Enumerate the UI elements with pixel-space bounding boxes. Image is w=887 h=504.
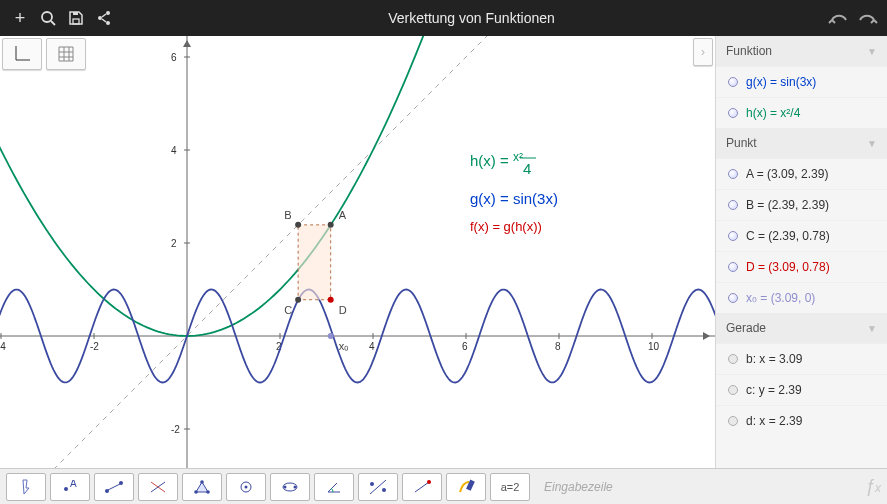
chevron-right-icon: › [701,45,705,59]
visibility-toggle[interactable] [728,262,738,272]
visibility-toggle[interactable] [728,385,738,395]
svg-point-68 [294,485,297,488]
svg-point-41 [328,222,334,228]
tool-slider[interactable] [402,473,442,501]
svg-point-43 [295,222,301,228]
svg-rect-40 [298,225,331,300]
svg-point-5 [98,16,102,20]
svg-text:C: C [284,304,292,316]
svg-text:-4: -4 [0,341,6,352]
svg-point-69 [370,482,374,486]
svg-point-67 [284,485,287,488]
fx-icon[interactable]: ƒx [865,476,881,497]
svg-line-39 [0,36,715,468]
svg-line-7 [102,14,106,17]
svg-text:h(x) = x²: h(x) = x² [470,150,523,169]
svg-point-70 [382,488,386,492]
svg-text:-2: -2 [90,341,99,352]
chevron-down-icon: ▼ [867,323,877,334]
line-b[interactable]: b: x = 3.09 [716,343,887,374]
svg-point-4 [106,11,110,15]
tool-point[interactable]: A [50,473,90,501]
point-A[interactable]: A = (3.09, 2.39) [716,158,887,189]
redo-button[interactable] [853,4,881,32]
svg-point-0 [42,12,52,22]
svg-text:D: D [339,304,347,316]
svg-text:A: A [70,480,77,489]
svg-point-63 [206,490,210,494]
input-bar[interactable]: Eingabezeile [534,480,861,494]
formula-f: f(x) = g(h(x)) [470,219,542,234]
formula-g: g(x) = sin(3x) [470,190,558,207]
line-c[interactable]: c: y = 2.39 [716,374,887,405]
fn-item-h[interactable]: h(x) = x²/4 [716,97,887,128]
svg-point-45 [295,297,301,303]
svg-point-54 [64,487,68,491]
line-d[interactable]: d: x = 2.39 [716,405,887,436]
svg-text:2: 2 [171,238,177,249]
svg-text:4: 4 [523,160,531,177]
visibility-toggle[interactable] [728,169,738,179]
tool-ellipse[interactable] [270,473,310,501]
svg-line-8 [102,19,106,22]
share-button[interactable] [90,4,118,32]
visibility-toggle[interactable] [728,416,738,426]
svg-text:x₀: x₀ [339,340,350,352]
tool-segment[interactable] [94,473,134,501]
section-line[interactable]: Gerade▼ [716,313,887,343]
svg-text:6: 6 [462,341,468,352]
svg-line-1 [51,21,55,25]
svg-point-62 [200,480,204,484]
section-function[interactable]: Funktion▼ [716,36,887,66]
svg-text:-2: -2 [171,424,180,435]
tool-cross[interactable] [138,473,178,501]
visibility-toggle[interactable] [728,354,738,364]
chevron-down-icon: ▼ [867,138,877,149]
point-B[interactable]: B = (2.39, 2.39) [716,189,887,220]
point-C[interactable]: C = (2.39, 0.78) [716,220,887,251]
tool-pen[interactable] [446,473,486,501]
svg-point-6 [106,21,110,25]
svg-point-65 [245,485,248,488]
svg-text:A: A [339,209,347,221]
algebra-sidebar: Funktion▼ g(x) = sin(3x) h(x) = x²/4 Pun… [715,36,887,468]
chevron-down-icon: ▼ [867,46,877,57]
bottom-toolbar: A a=2 Eingabezeile ƒx [0,468,887,504]
svg-line-72 [415,482,429,492]
grid-tool[interactable] [46,38,86,70]
tool-move[interactable] [6,473,46,501]
tool-transform[interactable] [358,473,398,501]
search-button[interactable] [34,4,62,32]
svg-text:4: 4 [369,341,375,352]
svg-text:4: 4 [171,145,177,156]
visibility-toggle[interactable] [728,108,738,118]
section-point[interactable]: Punkt▼ [716,128,887,158]
add-button[interactable]: + [6,4,34,32]
save-button[interactable] [62,4,90,32]
visibility-toggle[interactable] [728,77,738,87]
tool-a2[interactable]: a=2 [490,473,530,501]
svg-line-58 [108,484,120,490]
fn-item-g[interactable]: g(x) = sin(3x) [716,66,887,97]
plot-svg: -4-22468101214-2246 ABCDx₀ h(x) = x² 4 g… [0,36,715,468]
visibility-toggle[interactable] [728,200,738,210]
svg-point-47 [328,297,334,303]
tool-circle[interactable] [226,473,266,501]
svg-point-61 [194,490,198,494]
point-x0[interactable]: x₀ = (3.09, 0) [716,282,887,313]
svg-text:8: 8 [555,341,561,352]
graph-canvas[interactable]: › -4-22468101214-2246 ABCDx₀ h(x) = x² 4 [0,36,715,468]
point-D[interactable]: D = (3.09, 0.78) [716,251,887,282]
tool-polygon[interactable] [182,473,222,501]
tool-angle[interactable] [314,473,354,501]
svg-text:6: 6 [171,52,177,63]
collapse-panel-button[interactable]: › [693,38,713,66]
axes-tool[interactable] [2,38,42,70]
visibility-toggle[interactable] [728,231,738,241]
undo-button[interactable] [825,4,853,32]
app-title: Verkettung von Funktionen [118,10,825,26]
svg-text:B: B [284,209,291,221]
svg-rect-3 [73,12,78,15]
svg-point-73 [427,480,431,484]
visibility-toggle[interactable] [728,293,738,303]
